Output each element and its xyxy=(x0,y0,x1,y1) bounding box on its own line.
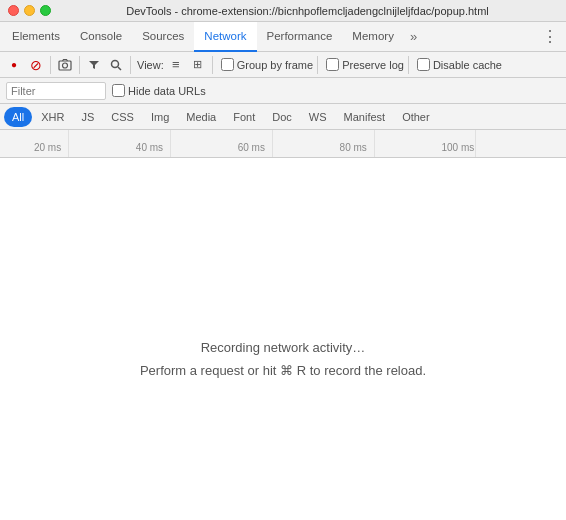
traffic-lights xyxy=(8,5,51,16)
group-by-frame-group: Group by frame xyxy=(221,58,313,71)
timeline-marker-20ms: 20 ms xyxy=(34,142,61,153)
toolbar-separator-1 xyxy=(50,56,51,74)
preserve-log-checkbox[interactable] xyxy=(326,58,339,71)
hide-data-urls-group: Hide data URLs xyxy=(112,84,206,97)
type-tab-doc[interactable]: Doc xyxy=(264,107,300,127)
timeline-marker-60ms: 60 ms xyxy=(238,142,265,153)
disable-cache-checkbox[interactable] xyxy=(417,58,430,71)
timeline-header: 20 ms 40 ms 60 ms 80 ms 100 ms xyxy=(0,130,566,158)
disable-cache-group: Disable cache xyxy=(417,58,502,71)
recording-activity-text: Recording network activity… xyxy=(140,336,426,359)
clear-button[interactable]: ⊘ xyxy=(26,55,46,75)
type-tab-xhr[interactable]: XHR xyxy=(33,107,72,127)
group-by-frame-label[interactable]: Group by frame xyxy=(221,58,313,71)
svg-point-2 xyxy=(112,60,119,67)
filter-row: Hide data URLs xyxy=(0,78,566,104)
hide-data-urls-checkbox[interactable] xyxy=(112,84,125,97)
toolbar-separator-4 xyxy=(212,56,213,74)
minimize-button[interactable] xyxy=(24,5,35,16)
recording-hint-text: Perform a request or hit ⌘ R to record t… xyxy=(140,359,426,382)
preserve-log-label[interactable]: Preserve log xyxy=(326,58,404,71)
view-label: View: xyxy=(137,59,164,71)
timeline-markers: 20 ms 40 ms 60 ms 80 ms 100 ms xyxy=(0,130,566,157)
filter-button[interactable] xyxy=(84,55,104,75)
record-button[interactable]: ● xyxy=(4,55,24,75)
type-tab-manifest[interactable]: Manifest xyxy=(336,107,394,127)
type-tab-all[interactable]: All xyxy=(4,107,32,127)
network-toolbar: ● ⊘ View: ≡ ⊞ Group by frame Preserve xyxy=(0,52,566,78)
preserve-log-group: Preserve log xyxy=(326,58,404,71)
more-tabs-button[interactable]: » xyxy=(404,22,423,52)
tab-console[interactable]: Console xyxy=(70,22,132,52)
type-tab-other[interactable]: Other xyxy=(394,107,438,127)
devtools-menu-button[interactable]: ⋮ xyxy=(536,22,564,52)
type-tab-ws[interactable]: WS xyxy=(301,107,335,127)
main-content: Recording network activity… Perform a re… xyxy=(0,158,566,520)
type-tab-media[interactable]: Media xyxy=(178,107,224,127)
capture-screenshot-button[interactable] xyxy=(55,55,75,75)
maximize-button[interactable] xyxy=(40,5,51,16)
tab-memory[interactable]: Memory xyxy=(342,22,404,52)
main-nav: Elements Console Sources Network Perform… xyxy=(0,22,566,52)
tab-elements[interactable]: Elements xyxy=(2,22,70,52)
table-view-button[interactable]: ⊞ xyxy=(188,55,208,75)
title-bar: DevTools - chrome-extension://bicnhpofle… xyxy=(0,0,566,22)
toolbar-separator-6 xyxy=(408,56,409,74)
timeline-marker-80ms: 80 ms xyxy=(340,142,367,153)
close-button[interactable] xyxy=(8,5,19,16)
recording-message: Recording network activity… Perform a re… xyxy=(140,336,426,383)
toolbar-separator-3 xyxy=(130,56,131,74)
tab-performance[interactable]: Performance xyxy=(257,22,343,52)
group-by-frame-checkbox[interactable] xyxy=(221,58,234,71)
type-tabs: All XHR JS CSS Img Media Font Doc WS Man… xyxy=(0,104,566,130)
disable-cache-label[interactable]: Disable cache xyxy=(417,58,502,71)
svg-point-1 xyxy=(63,63,68,68)
toolbar-separator-5 xyxy=(317,56,318,74)
list-view-button[interactable]: ≡ xyxy=(166,55,186,75)
type-tab-css[interactable]: CSS xyxy=(103,107,142,127)
hide-data-urls-label[interactable]: Hide data URLs xyxy=(112,84,206,97)
svg-line-3 xyxy=(118,67,121,70)
toolbar-separator-2 xyxy=(79,56,80,74)
filter-input[interactable] xyxy=(6,82,106,100)
type-tab-img[interactable]: Img xyxy=(143,107,177,127)
tab-sources[interactable]: Sources xyxy=(132,22,194,52)
search-button[interactable] xyxy=(106,55,126,75)
type-tab-font[interactable]: Font xyxy=(225,107,263,127)
timeline-marker-40ms: 40 ms xyxy=(136,142,163,153)
svg-rect-0 xyxy=(59,61,71,70)
tab-network[interactable]: Network xyxy=(194,22,256,52)
timeline-marker-100ms: 100 ms xyxy=(441,142,474,153)
type-tab-js[interactable]: JS xyxy=(73,107,102,127)
window-title: DevTools - chrome-extension://bicnhpofle… xyxy=(57,5,558,17)
